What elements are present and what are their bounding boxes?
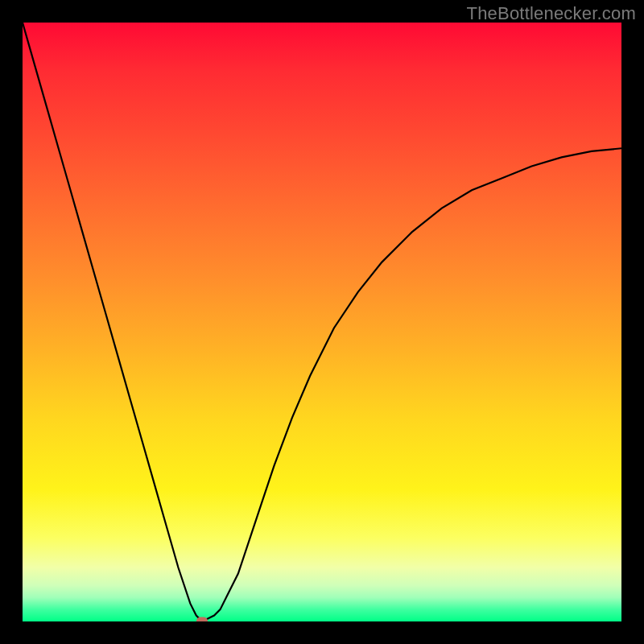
bottleneck-curve [23, 23, 621, 621]
watermark-text: TheBottlenecker.com [467, 3, 636, 24]
optimal-point-marker [196, 617, 208, 622]
chart-container: TheBottlenecker.com [0, 0, 644, 644]
curve-path [23, 23, 621, 621]
plot-area [23, 23, 621, 621]
